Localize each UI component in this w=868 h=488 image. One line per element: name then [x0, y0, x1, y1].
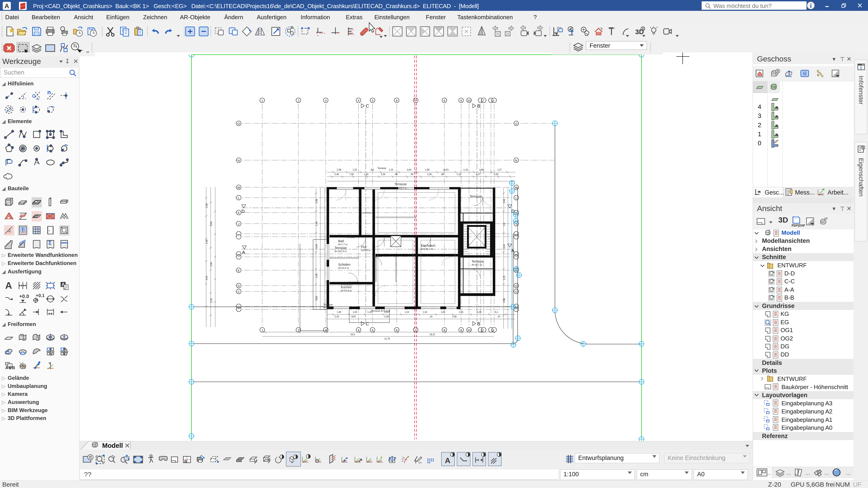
svg-text:6: 6 — [396, 328, 397, 332]
svg-text:Σ: Σ — [49, 240, 52, 246]
svg-text:3,5: 3,5 — [503, 223, 505, 226]
svg-text:J: J — [238, 222, 240, 226]
svg-text:1,16: 1,16 — [459, 311, 463, 313]
svg-text:n: n — [47, 89, 51, 96]
svg-text:1,98: 1,98 — [425, 168, 430, 171]
svg-text:D: D — [511, 209, 515, 214]
svg-text:1,16: 1,16 — [463, 168, 468, 171]
svg-text:Flachdach: Flachdach — [421, 244, 436, 248]
svg-text:1,15: 1,15 — [389, 168, 393, 171]
svg-text:1,50: 1,50 — [210, 262, 213, 267]
svg-text:1,52: 1,52 — [352, 168, 357, 171]
svg-text:D: D — [241, 209, 245, 214]
svg-text:M: M — [238, 186, 240, 189]
svg-text:Terrasse: Terrasse — [377, 167, 386, 169]
svg-text:A⊕B: A⊕B — [5, 365, 15, 370]
svg-text:4: 4 — [358, 99, 359, 102]
svg-text:PDF|DXF: PDF|DXF — [792, 224, 805, 227]
svg-text:A=220,7 m: A=220,7 m — [421, 248, 433, 250]
svg-text:2,40: 2,40 — [335, 173, 339, 175]
svg-text:2,66: 2,66 — [503, 199, 505, 203]
svg-text:8: 8 — [443, 328, 445, 332]
svg-text:13: 13 — [491, 99, 494, 102]
svg-text:3: 3 — [325, 328, 327, 332]
svg-text:,97: ,97 — [497, 315, 500, 318]
svg-text:2,38: 2,38 — [384, 315, 389, 318]
svg-text:2,58: 2,58 — [315, 199, 318, 203]
svg-text:K: K — [515, 211, 518, 215]
svg-text:4: 4 — [358, 328, 359, 332]
svg-text:Kochen: Kochen — [341, 285, 351, 289]
svg-text:10: 10 — [467, 99, 471, 102]
svg-text:4,27: 4,27 — [476, 173, 480, 175]
svg-text:N: N — [238, 159, 240, 162]
svg-text:1: 1 — [261, 99, 263, 102]
svg-text:Terrasse: Terrasse — [335, 246, 347, 250]
svg-text:N: N — [515, 159, 517, 162]
svg-text:1,20: 1,20 — [477, 311, 482, 313]
svg-text:Terrasse: Terrasse — [323, 303, 333, 306]
svg-text:5,04: 5,04 — [503, 244, 505, 249]
svg-text:2,25: 2,25 — [335, 315, 339, 318]
svg-text:Terrasse A=5,3 m: Terrasse A=5,3 m — [371, 310, 390, 312]
svg-text:H: H — [515, 234, 517, 237]
svg-text:+0.1: +0.1 — [36, 293, 44, 298]
svg-text:A=7,7 m: A=7,7 m — [338, 243, 347, 246]
svg-text:24,5: 24,5 — [350, 333, 355, 336]
svg-text:Terrasse: Terrasse — [395, 182, 407, 186]
svg-text:,98: ,98 — [441, 173, 444, 175]
svg-text:3,04: 3,04 — [407, 168, 411, 171]
svg-text:1,30: 1,30 — [364, 173, 368, 175]
svg-text:2,58: 2,58 — [206, 203, 208, 208]
svg-text:A: A — [511, 248, 515, 253]
svg-text:8,5: 8,5 — [371, 168, 374, 171]
svg-text:Terrasse: Terrasse — [346, 236, 355, 238]
svg-text:2,35: 2,35 — [381, 173, 385, 175]
svg-text:6,1: 6,1 — [495, 311, 498, 313]
svg-text:A=18,7 m: A=18,7 m — [471, 263, 482, 266]
svg-text:O: O — [515, 122, 518, 125]
svg-text:12: 12 — [480, 99, 484, 102]
svg-text:18,21: 18,21 — [430, 333, 435, 336]
svg-text:G: G — [515, 254, 518, 257]
svg-text:9: 9 — [460, 99, 462, 102]
svg-text:2,38: 2,38 — [452, 315, 457, 318]
svg-text:A: A — [242, 250, 245, 255]
svg-text:1,45: 1,45 — [337, 311, 341, 313]
svg-text:16,51: 16,51 — [443, 168, 449, 171]
svg-text:2: 2 — [298, 328, 299, 332]
svg-text:,91: ,91 — [430, 315, 433, 318]
svg-text:1,27: 1,27 — [497, 168, 502, 171]
svg-text:,98: ,98 — [395, 173, 398, 175]
svg-text:L: L — [515, 196, 517, 200]
svg-text:A=9,6 m: A=9,6 m — [361, 249, 370, 252]
svg-text:B: B — [477, 103, 480, 108]
svg-text:1,36: 1,36 — [315, 221, 318, 226]
svg-text:2,36: 2,36 — [210, 221, 213, 226]
svg-text:A: A — [445, 456, 451, 465]
svg-text:K: K — [238, 211, 240, 215]
svg-text:1,48: 1,48 — [479, 168, 484, 171]
svg-text:2,38: 2,38 — [337, 168, 341, 171]
svg-text:A=34,2 m: A=34,2 m — [323, 306, 334, 308]
svg-text:1,01: 1,01 — [441, 311, 445, 313]
svg-text:M: M — [515, 186, 518, 189]
svg-text:C: C — [366, 321, 369, 326]
svg-text:1,50: 1,50 — [494, 173, 498, 175]
svg-text:3: 3 — [325, 99, 327, 102]
svg-text:B: B — [477, 321, 480, 326]
svg-text:12,75: 12,75 — [384, 337, 390, 340]
svg-text:O: O — [238, 122, 240, 125]
svg-text:13: 13 — [491, 328, 494, 332]
svg-text:2,25: 2,25 — [210, 298, 213, 303]
svg-text:D: D — [238, 284, 240, 288]
svg-text:Terrasse: Terrasse — [470, 195, 482, 198]
svg-text:A=142,9 m: A=142,9 m — [335, 250, 347, 253]
svg-text:1,16: 1,16 — [457, 173, 461, 175]
svg-text:C: C — [515, 290, 517, 293]
svg-text:2: 2 — [298, 99, 299, 102]
svg-text:A=23,7 m: A=23,7 m — [396, 187, 407, 189]
svg-text:+0.0: +0.0 — [19, 293, 29, 299]
svg-text:1,25: 1,25 — [503, 275, 505, 280]
svg-text:i: i — [860, 65, 862, 70]
